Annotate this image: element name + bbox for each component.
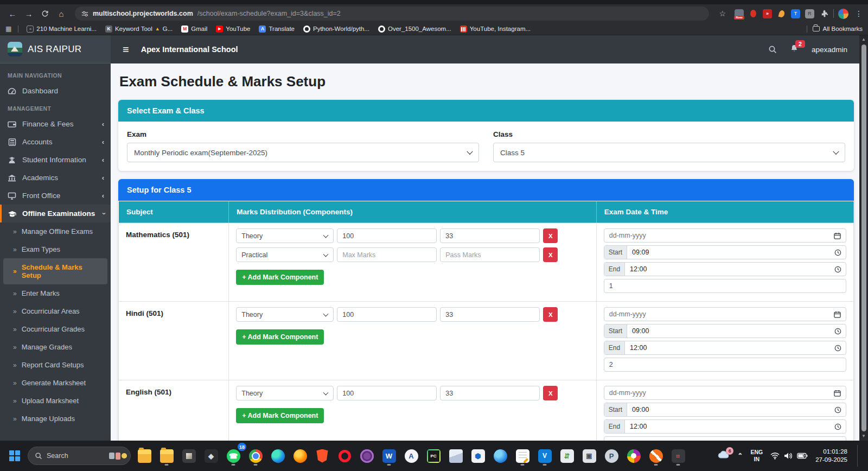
sidebar-item-finance-fees[interactable]: Finance & Fees‹ (0, 115, 111, 133)
max-marks-input[interactable] (337, 307, 437, 322)
app-a-taskbar-icon[interactable]: A (401, 445, 421, 467)
chrome-dev-taskbar-icon[interactable] (624, 445, 643, 467)
component-type-select[interactable]: Theory (236, 228, 334, 243)
sidebar-item-academics[interactable]: Academics‹ (0, 169, 111, 187)
file-explorer-taskbar-icon[interactable] (157, 445, 176, 467)
sidebar-item-accounts[interactable]: Accounts‹ (0, 133, 111, 151)
add-mark-component-button[interactable]: + Add Mark Component (236, 408, 324, 423)
bookmark-item[interactable]: Over_1500_Awesom... (375, 24, 454, 34)
browser-menu-icon[interactable]: ⋮ (855, 9, 863, 18)
cube-app-taskbar-icon[interactable] (446, 445, 465, 467)
ext-double-arrow-icon[interactable]: » (763, 9, 772, 18)
home-button[interactable]: ⌂ (54, 7, 68, 21)
pycharm-taskbar-icon[interactable] (424, 445, 443, 467)
forward-button[interactable]: → (22, 7, 36, 21)
exam-order-input[interactable] (604, 279, 846, 293)
scrollbar-thumb[interactable] (861, 44, 866, 431)
show-desktop-button[interactable] (857, 445, 859, 467)
word-taskbar-icon[interactable]: W (379, 445, 399, 467)
start-button[interactable] (5, 445, 24, 467)
profile-avatar[interactable] (838, 9, 848, 19)
clock-icon[interactable] (834, 266, 841, 273)
sidebar-subitem-upload-marksheet[interactable]: »Upload Marksheet (0, 392, 111, 410)
end-time-input[interactable]: End12:00 (604, 262, 846, 276)
chrome-taskbar-icon[interactable] (246, 445, 265, 467)
sidebar-subitem-cocurricular-areas[interactable]: »Cocurricular Areas (0, 302, 111, 320)
sidebar-subitem-manage-offline-exams[interactable]: »Manage Offline Exams (0, 222, 111, 240)
opera-taskbar-icon[interactable] (335, 445, 354, 467)
pass-marks-input[interactable] (440, 386, 540, 400)
volume-icon[interactable] (784, 452, 793, 460)
reload-button[interactable] (38, 7, 52, 21)
brand[interactable]: AIS RAIPUR (0, 35, 111, 63)
exam-order-input[interactable] (604, 358, 846, 372)
clock-icon[interactable] (834, 423, 841, 430)
calendar-icon[interactable] (834, 390, 841, 397)
netbeans-taskbar-icon[interactable]: ⬢ (468, 445, 488, 467)
bookmark-item[interactable]: Python-World/pyth... (301, 24, 372, 34)
language-indicator[interactable]: ENG IN (750, 449, 763, 463)
bookmark-item[interactable]: ≡210 Machine Learni... (24, 24, 99, 34)
bookmark-star-icon[interactable]: ☆ (719, 9, 726, 18)
ext-new-icon[interactable]: New (735, 9, 744, 18)
component-type-select[interactable]: Theory (236, 386, 334, 400)
sidebar-item-dashboard[interactable]: Dashboard (0, 82, 111, 100)
ext-red-dot-icon[interactable] (749, 9, 758, 18)
start-time-input[interactable]: Start09:09 (604, 245, 846, 259)
remote-desktop-taskbar-icon[interactable]: ▣ (579, 445, 599, 467)
max-marks-input[interactable] (337, 228, 437, 243)
edge-taskbar-icon[interactable] (268, 445, 288, 467)
back-button[interactable]: ← (5, 7, 20, 21)
apps-grid-icon[interactable]: ▦ (5, 25, 11, 33)
search-icon[interactable] (768, 45, 777, 54)
sync-lock-taskbar-icon[interactable]: ⇵ (557, 445, 577, 467)
brave-taskbar-icon[interactable] (312, 445, 332, 467)
remove-component-button[interactable]: X (543, 307, 558, 322)
tor-browser-taskbar-icon[interactable] (357, 445, 376, 467)
taskbar-clock[interactable]: 01:01:28 27-09-2025 (815, 448, 847, 464)
postgresql-taskbar-icon[interactable]: P (602, 445, 621, 467)
remove-component-button[interactable]: X (543, 386, 558, 400)
bookmark-item[interactable]: KKeyword Tool▲G... (103, 24, 175, 34)
exam-date-input[interactable]: dd-mm-yyyy (604, 228, 846, 243)
calendar-icon[interactable] (834, 311, 841, 318)
pass-marks-input[interactable] (440, 228, 540, 243)
screen-capture-taskbar-icon[interactable]: ⠶ (668, 445, 688, 467)
add-mark-component-button[interactable]: + Add Mark Component (236, 270, 324, 285)
hamburger-menu-icon[interactable]: ≡ (123, 43, 129, 56)
ext-gray-icon[interactable]: R (805, 9, 814, 18)
bookmark-item[interactable]: YouTube, Instagram... (457, 24, 533, 34)
battery-icon[interactable] (797, 453, 808, 459)
tray-expand-chevron[interactable]: ⌃ (737, 452, 743, 460)
all-bookmarks-button[interactable]: All Bookmarks (813, 26, 863, 32)
exam-date-input[interactable]: dd-mm-yyyy (604, 386, 846, 400)
end-time-input[interactable]: End12:00 (604, 419, 846, 434)
vscode-taskbar-icon[interactable]: V (535, 445, 554, 467)
add-mark-component-button[interactable]: + Add Mark Component (236, 329, 324, 345)
sidebar-item-offline-examinations[interactable]: Offline Examinations‹ (0, 205, 111, 222)
max-marks-input[interactable] (337, 386, 437, 400)
bookmark-item[interactable]: ▶YouTube (213, 24, 253, 34)
clock-icon[interactable] (834, 328, 841, 335)
sidebar-subitem-schedule-marks-setup[interactable]: »Schedule & Marks Setup (3, 258, 107, 284)
exam-date-input[interactable]: dd-mm-yyyy (604, 307, 846, 321)
sidebar-subitem-generate-marksheet[interactable]: »Generate Marksheet (0, 374, 111, 392)
start-time-input[interactable]: Start09:00 (604, 403, 846, 417)
scrollbar-down-arrow[interactable]: ▼ (861, 432, 866, 441)
sidebar-subitem-enter-marks[interactable]: »Enter Marks (0, 284, 111, 302)
ext-comma-icon[interactable] (777, 9, 786, 18)
media-player-dark-taskbar-icon[interactable] (179, 445, 199, 467)
folder-personal-taskbar-icon[interactable] (135, 445, 154, 467)
start-time-input[interactable]: Start09:00 (604, 324, 846, 338)
notifications-button[interactable]: 2 (790, 44, 799, 55)
component-type-select[interactable]: Practical (236, 247, 334, 262)
remove-component-button[interactable]: X (543, 247, 558, 262)
sidebar-item-student-information[interactable]: Student Information‹ (0, 151, 111, 169)
clock-icon[interactable] (834, 345, 841, 352)
sidebar-subitem-manage-grades[interactable]: »Manage Grades (0, 338, 111, 356)
taskbar-search[interactable]: Search (28, 447, 131, 465)
marker-orange-taskbar-icon[interactable] (646, 445, 666, 467)
unity-hub-taskbar-icon[interactable]: ◆ (201, 445, 221, 467)
component-type-select[interactable]: Theory (236, 307, 334, 322)
bookmark-item[interactable]: ATranslate (256, 24, 297, 34)
